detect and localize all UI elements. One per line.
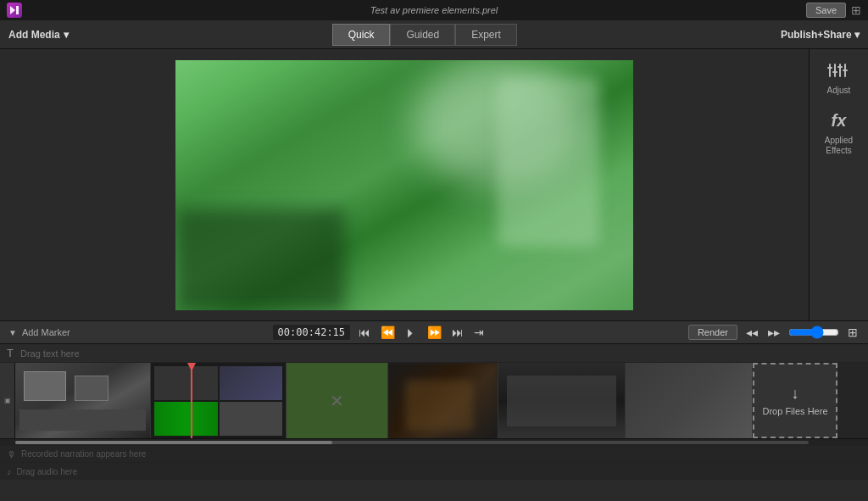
play-pause-button[interactable]: ⏵ xyxy=(403,324,419,341)
fast-forward-button[interactable]: ⏩ xyxy=(426,324,443,341)
timeline-scrollbar xyxy=(0,439,868,446)
svg-rect-7 xyxy=(832,71,837,73)
drop-arrow-icon: ↓ xyxy=(792,385,799,403)
clip-empty-icon: ✕ xyxy=(330,391,344,411)
adjust-label: Adjust xyxy=(827,86,851,95)
mode-tabs: Quick Guided Expert xyxy=(332,24,517,46)
video-clip-4[interactable] xyxy=(388,363,498,439)
svg-rect-8 xyxy=(837,66,843,68)
preview-video xyxy=(175,60,633,310)
narration-track: 🎙 Recorded narration appears here xyxy=(0,446,868,463)
publish-arrow: ▾ xyxy=(854,29,860,41)
timeline-zoom-in-icon[interactable]: ▸▸ xyxy=(766,324,782,341)
svg-rect-6 xyxy=(827,67,832,69)
timeline-section: ▼ Add Marker 00:00:42:15 ⏮ ⏪ ⏵ ⏩ ⏭ ⇥ Ren… xyxy=(0,320,868,501)
top-bar: Test av premiere elements.prel Save ⊞ xyxy=(0,0,868,20)
go-to-start-button[interactable]: ⏮ xyxy=(357,324,372,341)
tab-quick[interactable]: Quick xyxy=(332,24,391,46)
save-button[interactable]: Save xyxy=(806,3,846,18)
add-media-arrow: ▾ xyxy=(64,29,69,41)
svg-rect-1 xyxy=(16,6,19,14)
audio-icon: ♪ xyxy=(7,466,12,476)
timeline-settings-icon[interactable]: ⊞ xyxy=(846,324,860,341)
publish-button[interactable]: Publish+Share ▾ xyxy=(781,29,860,41)
video-highlight xyxy=(413,60,582,187)
narration-placeholder: Recorded narration appears here xyxy=(21,449,146,459)
svg-marker-0 xyxy=(10,6,15,14)
add-media-button[interactable]: Add Media ▾ xyxy=(8,29,69,41)
timeline-zoom-slider[interactable] xyxy=(788,326,839,339)
loop-button[interactable]: ⇥ xyxy=(472,324,486,341)
top-right-controls: Save ⊞ xyxy=(806,3,861,18)
audio-track: ♪ Drag audio here xyxy=(0,463,868,480)
app-logo xyxy=(7,3,22,18)
main-area: Adjust fx Applied Effects xyxy=(0,49,868,320)
video-clip-1[interactable] xyxy=(15,363,151,439)
fx-icon: fx xyxy=(824,108,854,133)
video-track-content: ✕ ↓ Drop Files xyxy=(15,363,868,438)
timeline-right-controls: Render ◂◂ ▸▸ ⊞ xyxy=(688,324,860,341)
tab-expert[interactable]: Expert xyxy=(455,24,517,46)
tab-guided[interactable]: Guided xyxy=(390,24,455,46)
video-track: ▣ xyxy=(0,363,868,439)
video-clip-2[interactable] xyxy=(151,363,287,439)
marker-triangle-icon: ▼ xyxy=(8,328,17,337)
video-clip-3[interactable]: ✕ xyxy=(287,363,388,439)
svg-rect-9 xyxy=(843,70,848,71)
go-to-end-button[interactable]: ⏭ xyxy=(450,324,465,341)
add-media-label: Add Media xyxy=(8,29,60,41)
add-marker-label[interactable]: Add Marker xyxy=(22,327,70,337)
applied-effects-button[interactable]: fx Applied Effects xyxy=(814,108,864,156)
audio-placeholder: Drag audio here xyxy=(17,467,78,476)
applied-effects-label: Applied Effects xyxy=(814,136,864,156)
adjust-icon xyxy=(824,58,854,83)
drop-files-zone[interactable]: ↓ Drop Files Here xyxy=(753,363,837,438)
text-track-placeholder: Drag text here xyxy=(20,348,80,359)
video-clip-6[interactable] xyxy=(626,363,753,439)
video-track-handle: ▣ xyxy=(0,363,15,438)
playback-controls: 00:00:42:15 ⏮ ⏪ ⏵ ⏩ ⏭ ⇥ xyxy=(273,324,486,341)
drop-zone-label: Drop Files Here xyxy=(762,406,827,416)
scroll-track xyxy=(15,441,809,444)
adjust-button[interactable]: Adjust xyxy=(824,58,854,95)
playhead[interactable] xyxy=(191,363,192,438)
scroll-thumb[interactable] xyxy=(15,441,332,444)
render-button[interactable]: Render xyxy=(688,325,737,340)
rewind-button[interactable]: ⏪ xyxy=(379,324,397,341)
tools-panel: Adjust fx Applied Effects xyxy=(809,49,868,320)
publish-label: Publish+Share xyxy=(781,29,852,41)
video-shadow xyxy=(175,209,345,310)
text-track: T Drag text here xyxy=(0,344,868,363)
text-track-icon: T xyxy=(7,347,14,359)
timeline-zoom-out-icon[interactable]: ◂◂ xyxy=(744,324,760,341)
svg-rect-3 xyxy=(834,64,836,77)
timeline-topbar: ▼ Add Marker 00:00:42:15 ⏮ ⏪ ⏵ ⏩ ⏭ ⇥ Ren… xyxy=(0,320,868,344)
video-clip-5[interactable] xyxy=(498,363,626,439)
project-name: Test av premiere elements.prel xyxy=(370,5,498,15)
svg-rect-4 xyxy=(839,64,841,77)
track-handle-icon: ▣ xyxy=(4,397,11,404)
preview-panel xyxy=(0,49,809,320)
nav-bar: Add Media ▾ Quick Guided Expert Publish+… xyxy=(0,20,868,49)
svg-rect-2 xyxy=(829,64,831,77)
timecode-display: 00:00:42:15 xyxy=(273,325,350,340)
timeline-left-controls: ▼ Add Marker xyxy=(8,327,70,337)
window-controls-icon: ⊞ xyxy=(851,3,861,17)
narration-icon: 🎙 xyxy=(7,449,16,459)
